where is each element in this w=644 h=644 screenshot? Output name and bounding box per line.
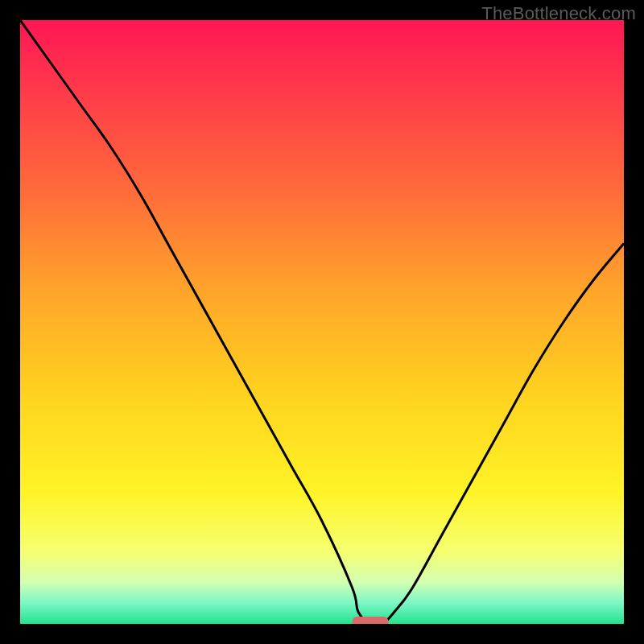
watermark-text: TheBottleneck.com bbox=[481, 3, 636, 24]
plot-area bbox=[20, 20, 624, 624]
optimum-marker bbox=[353, 617, 389, 624]
gradient-background bbox=[20, 20, 624, 624]
chart-frame: TheBottleneck.com bbox=[0, 0, 644, 644]
chart-svg bbox=[20, 20, 624, 624]
